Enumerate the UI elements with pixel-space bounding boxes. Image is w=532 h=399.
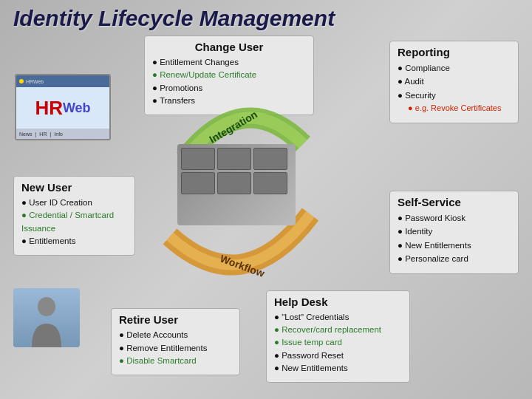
list-item: New Entitlements: [274, 362, 402, 375]
list-item: Issue temp card: [274, 336, 402, 349]
page-container: Identity Lifecycle Management HRWeb HRWe…: [0, 0, 532, 399]
list-item: Compliance: [398, 61, 511, 75]
list-item: User ID Creation: [21, 197, 127, 209]
new-user-list: User ID Creation Credential / Smartcard …: [21, 197, 127, 248]
list-item: Recover/card replacement: [274, 324, 402, 336]
nav-bar: News|HR|Info: [16, 129, 109, 139]
list-item: Security: [398, 89, 511, 102]
person-image: [13, 288, 80, 347]
server-unit: [253, 172, 287, 194]
change-user-list: Entitlement Changes Renew/Update Certifi…: [152, 56, 306, 107]
new-user-title: New User: [21, 181, 127, 194]
main-title: Identity Lifecycle Management: [13, 6, 335, 31]
self-service-list: Password Kiosk Identity New Entitlements…: [398, 211, 511, 266]
retire-user-title: Retire User: [119, 313, 232, 326]
list-item: New Entitlements: [398, 239, 511, 252]
list-item: Promotions: [152, 82, 306, 95]
reporting-list: Compliance Audit Security e.g. Revoke Ce…: [398, 61, 511, 115]
reporting-box: Reporting Compliance Audit Security e.g.…: [389, 41, 519, 123]
list-item: Remove Entitlements: [119, 342, 232, 355]
list-item: Credential / Smartcard Issuance: [21, 209, 127, 235]
help-desk-list: "Lost" Credentials Recover/card replacem…: [274, 311, 402, 375]
hr-web-image: HRWeb HRWeb News|HR|Info: [15, 74, 111, 140]
svg-text:Workflow: Workflow: [219, 253, 267, 280]
list-item: Transfers: [152, 95, 306, 107]
retire-user-list: Delete Accounts Remove Entitlements Disa…: [119, 329, 232, 367]
server-image: [177, 144, 296, 225]
server-unit: [217, 148, 251, 170]
list-item: Entitlement Changes: [152, 56, 306, 69]
help-desk-box: Help Desk "Lost" Credentials Recover/car…: [266, 290, 410, 383]
list-item: Password Kiosk: [398, 211, 511, 225]
list-item-sub: e.g. Revoke Certificates: [398, 102, 511, 115]
retire-user-box: Retire User Delete Accounts Remove Entit…: [111, 308, 240, 375]
list-item: Disable Smartcard: [119, 355, 232, 367]
list-item: Delete Accounts: [119, 329, 232, 341]
list-item: "Lost" Credentials: [274, 311, 402, 324]
url-bar: HRWeb: [26, 79, 44, 84]
list-item: Personalize card: [398, 252, 511, 265]
list-item: Entitlements: [21, 235, 127, 248]
list-item: Renew/Update Certificate: [152, 69, 306, 81]
svg-point-2: [38, 297, 55, 316]
hr-logo: HRWeb: [16, 87, 109, 129]
server-unit: [253, 148, 287, 170]
list-item: Audit: [398, 75, 511, 88]
new-user-box: New User User ID Creation Credential / S…: [13, 176, 135, 256]
list-item: Password Reset: [274, 349, 402, 362]
list-item: Identity: [398, 225, 511, 238]
help-desk-title: Help Desk: [274, 296, 402, 308]
reporting-title: Reporting: [398, 46, 511, 58]
server-unit: [181, 172, 215, 194]
self-service-box: Self-Service Password Kiosk Identity New…: [389, 191, 519, 274]
person-silhouette: [24, 296, 69, 347]
server-unit: [181, 148, 215, 170]
bar-dot: [19, 79, 24, 83]
change-user-title: Change User: [152, 41, 306, 53]
server-unit: [217, 172, 251, 194]
change-user-box: Change User Entitlement Changes Renew/Up…: [144, 35, 314, 115]
self-service-title: Self-Service: [398, 196, 511, 208]
browser-bar: HRWeb: [16, 75, 109, 87]
